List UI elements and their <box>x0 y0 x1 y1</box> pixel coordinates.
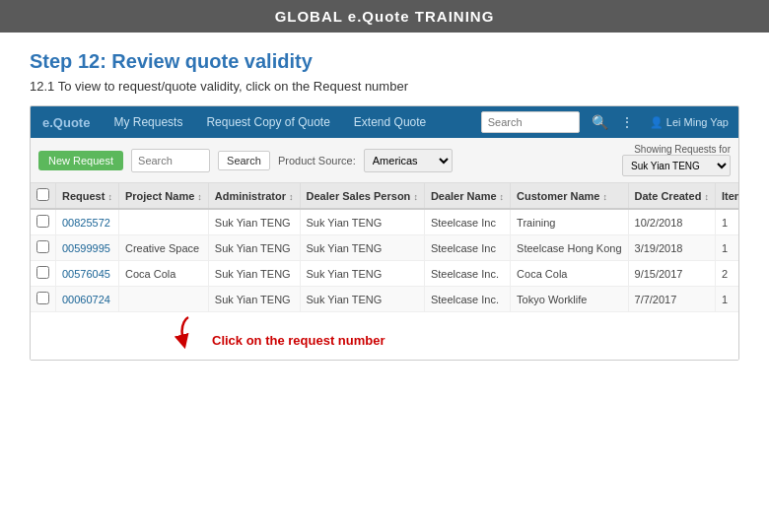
nav-extend-quote[interactable]: Extend Quote <box>342 106 438 138</box>
row-request[interactable]: 00060724 <box>56 287 119 312</box>
row-date-created: 10/2/2018 <box>628 209 715 235</box>
row-customer-name: Tokyo Worklife <box>511 287 628 312</box>
row-date-created: 3/19/2018 <box>628 235 715 261</box>
user-icon: 👤 <box>650 116 664 128</box>
grid-icon[interactable]: ⋮ <box>614 114 640 130</box>
row-date-created: 9/15/2017 <box>628 261 715 287</box>
col-request[interactable]: Request ↕ <box>56 183 119 209</box>
row-dealer-sales: Suk Yian TENG <box>300 209 424 235</box>
request-link[interactable]: 00576045 <box>62 268 110 280</box>
nav-search-area <box>481 111 580 133</box>
header-bar: GLOBAL e.Quote TRAINING <box>0 0 769 33</box>
row-checkbox <box>31 287 56 312</box>
row-dealer-name: Steelcase Inc <box>424 235 510 261</box>
row-dealer-sales: Suk Yian TENG <box>300 261 424 287</box>
table-row: 00576045 Coca Cola Suk Yian TENG Suk Yia… <box>31 261 739 287</box>
row-select-checkbox[interactable] <box>36 215 49 228</box>
row-request[interactable]: 00576045 <box>56 261 119 287</box>
col-project-name[interactable]: Project Name ↕ <box>118 183 208 209</box>
row-administrator: Suk Yian TENG <box>208 235 300 261</box>
col-administrator[interactable]: Administrator ↕ <box>208 183 300 209</box>
row-checkbox <box>31 261 56 287</box>
toolbar: New Request Search Product Source: Ameri… <box>31 138 738 183</box>
row-customer-name: Training <box>511 209 628 235</box>
nav-user: 👤 Lei Ming Yap <box>640 116 738 129</box>
arrow-icon <box>169 312 208 352</box>
row-select-checkbox[interactable] <box>36 292 49 304</box>
row-project-name: Coca Cola <box>118 261 208 287</box>
row-project-name <box>118 287 208 312</box>
table-row: 00599995 Creative Space Suk Yian TENG Su… <box>31 235 739 261</box>
row-items: 1 <box>715 235 739 261</box>
row-select-checkbox[interactable] <box>36 240 49 253</box>
row-customer-name: Coca Cola <box>511 261 628 287</box>
toolbar-search-input[interactable] <box>131 149 210 172</box>
row-administrator: Suk Yian TENG <box>208 209 300 235</box>
row-request[interactable]: 00825572 <box>56 209 119 235</box>
row-dealer-name: Steelcase Inc. <box>424 261 510 287</box>
row-date-created: 7/7/2017 <box>628 287 715 312</box>
row-request[interactable]: 00599995 <box>56 235 119 261</box>
search-button[interactable]: Search <box>218 151 270 170</box>
product-source-select[interactable]: Americas EMEA Asia Pacific <box>364 149 453 172</box>
row-select-checkbox[interactable] <box>36 266 49 279</box>
row-dealer-name: Steelcase Inc. <box>424 287 510 312</box>
row-project-name: Creative Space <box>118 235 208 261</box>
table-row: 00825572 Suk Yian TENG Suk Yian TENG Ste… <box>31 209 739 235</box>
select-all-checkbox[interactable] <box>36 188 49 201</box>
row-checkbox <box>31 235 56 261</box>
row-items: 1 <box>715 287 739 312</box>
row-project-name <box>118 209 208 235</box>
col-items[interactable]: Items ↕ <box>715 183 739 209</box>
search-icon[interactable]: 🔍 <box>586 114 614 130</box>
app-navbar: e.Quote My Requests Request Copy of Quot… <box>31 106 738 138</box>
app-container: e.Quote My Requests Request Copy of Quot… <box>30 105 739 361</box>
col-dealer-sales[interactable]: Dealer Sales Person ↕ <box>300 183 424 209</box>
row-administrator: Suk Yian TENG <box>208 261 300 287</box>
nav-brand: e.Quote <box>31 106 102 138</box>
table-header-row: Request ↕ Project Name ↕ Administrator ↕… <box>31 183 739 209</box>
col-customer-name[interactable]: Customer Name ↕ <box>511 183 628 209</box>
row-dealer-sales: Suk Yian TENG <box>300 287 424 312</box>
col-dealer-name[interactable]: Dealer Name ↕ <box>424 183 510 209</box>
row-checkbox <box>31 209 56 235</box>
requests-table: Request ↕ Project Name ↕ Administrator ↕… <box>31 183 739 312</box>
user-name: Lei Ming Yap <box>666 116 729 128</box>
request-link[interactable]: 00599995 <box>62 242 110 254</box>
col-date-created[interactable]: Date Created ↕ <box>628 183 715 209</box>
row-administrator: Suk Yian TENG <box>208 287 300 312</box>
table-container: Request ↕ Project Name ↕ Administrator ↕… <box>31 183 738 360</box>
row-items: 2 <box>715 261 739 287</box>
step-title: Step 12: Review quote validity <box>30 50 739 73</box>
click-label: Click on the request number <box>212 333 385 352</box>
row-dealer-sales: Suk Yian TENG <box>300 235 424 261</box>
product-source-label: Product Source: <box>278 155 356 166</box>
row-customer-name: Steelcase Hong Kong <box>511 235 628 261</box>
header-title: GLOBAL e.Quote TRAINING <box>275 8 495 25</box>
table-row: 00060724 Suk Yian TENG Suk Yian TENG Ste… <box>31 287 739 312</box>
nav-search-input[interactable] <box>481 111 580 133</box>
row-items: 1 <box>715 209 739 235</box>
request-link[interactable]: 00825572 <box>62 217 110 229</box>
nav-request-copy[interactable]: Request Copy of Quote <box>194 106 341 138</box>
new-request-button[interactable]: New Request <box>38 151 123 170</box>
click-annotation: Click on the request number <box>31 312 738 360</box>
nav-my-requests[interactable]: My Requests <box>102 106 194 138</box>
row-dealer-name: Steelcase Inc <box>424 209 510 235</box>
showing-label: Showing Requests for <box>622 144 731 155</box>
showing-select[interactable]: Suk Yian TENG <box>622 155 731 176</box>
col-checkbox <box>31 183 56 209</box>
request-link[interactable]: 00060724 <box>62 294 110 305</box>
step-subtitle: 12.1 To view to request/quote validity, … <box>30 79 739 94</box>
